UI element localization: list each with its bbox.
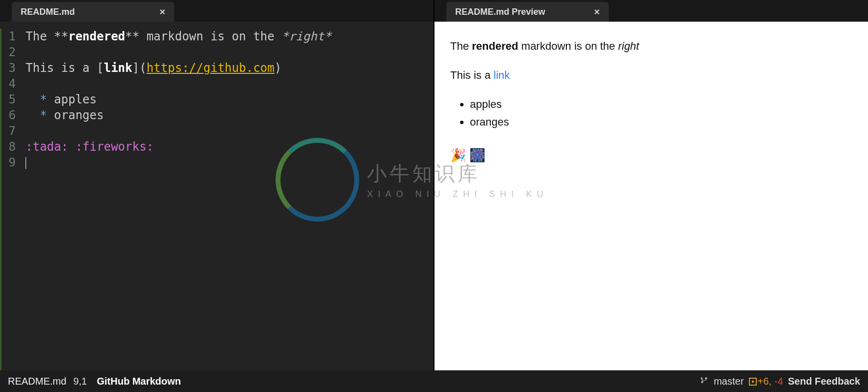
close-icon[interactable]: × — [159, 6, 165, 18]
preview-list: apples oranges — [470, 96, 852, 130]
send-feedback-button[interactable]: Send Feedback — [788, 376, 860, 387]
code-text: The — [26, 30, 54, 43]
status-grammar[interactable]: GitHub Markdown — [97, 376, 181, 387]
bold-text: rendered — [68, 30, 125, 43]
status-cursor-position[interactable]: 9,1 — [73, 376, 87, 387]
bold-marker: ** — [54, 30, 68, 43]
bracket: ]( — [132, 61, 147, 75]
tada-icon: 🎉 — [450, 148, 466, 163]
code-text: markdown is on the — [139, 30, 281, 43]
preview-paragraph: This is a link — [450, 66, 852, 84]
preview-link[interactable]: link — [494, 69, 510, 81]
preview-paragraph: The rendered markdown is on the right — [450, 37, 852, 55]
status-branch[interactable]: master — [713, 376, 744, 387]
line-number: 4 — [1, 76, 16, 92]
list-item-text: apples — [54, 93, 97, 106]
preview-pane: README.md Preview × The rendered markdow… — [434, 0, 868, 370]
diff-box-icon — [749, 378, 757, 386]
space — [68, 140, 75, 154]
link-url: https://github.com — [147, 61, 275, 75]
preview-italic: right — [618, 40, 639, 52]
preview-text: markdown is on the — [518, 40, 618, 52]
list-item: apples — [470, 96, 852, 113]
fireworks-icon: 🎆 — [469, 148, 485, 163]
line-number: 5 — [1, 92, 16, 107]
diff-additions: +6, — [758, 376, 775, 387]
status-right: master +6, -4 Send Feedback — [700, 376, 860, 387]
markdown-preview: The rendered markdown is on the right Th… — [434, 22, 868, 370]
tab-label: README.md Preview — [455, 7, 545, 17]
status-bar: README.md 9,1 GitHub Markdown master +6,… — [0, 370, 868, 392]
line-number: 8 — [1, 139, 16, 155]
close-icon[interactable]: × — [594, 6, 600, 18]
emoji-row: 🎉 🎆 — [450, 145, 852, 166]
code-content[interactable]: The **rendered** markdown is on the *rig… — [20, 29, 434, 370]
line-number: 9 — [1, 155, 16, 170]
git-branch-icon[interactable] — [700, 376, 709, 387]
preview-tab-bar: README.md Preview × — [434, 0, 868, 22]
bullet-marker: * — [26, 108, 54, 122]
bullet-marker: * — [26, 93, 54, 106]
code-editor[interactable]: 1 2 3 4 5 6 7 8 9 The **rendered** markd… — [0, 22, 434, 370]
line-number: 6 — [1, 107, 16, 123]
cursor — [26, 157, 26, 169]
list-item: oranges — [470, 113, 852, 131]
preview-bold: rendered — [472, 40, 518, 52]
line-number: 7 — [1, 123, 16, 139]
tab-readme[interactable]: README.md × — [12, 2, 174, 22]
editor-tab-bar: README.md × — [0, 0, 434, 22]
gutter: 1 2 3 4 5 6 7 8 9 — [0, 29, 20, 370]
status-git-diff[interactable]: +6, -4 — [749, 376, 783, 387]
line-number: 3 — [1, 60, 16, 76]
preview-text: This is a — [450, 69, 494, 81]
bracket: ) — [275, 61, 281, 75]
status-left: README.md 9,1 GitHub Markdown — [8, 376, 181, 387]
emoji-code: :fireworks: — [75, 140, 154, 154]
tab-label: README.md — [21, 7, 75, 17]
diff-deletions: -4 — [774, 376, 783, 387]
editor-pane: README.md × 1 2 3 4 5 6 7 8 9 The **rend… — [0, 0, 434, 370]
code-text: This is a [ — [26, 61, 104, 75]
list-item-text: oranges — [54, 108, 104, 122]
italic-text: *right* — [281, 30, 331, 43]
line-number: 2 — [1, 44, 16, 60]
line-number: 1 — [1, 29, 16, 44]
tab-preview[interactable]: README.md Preview × — [446, 2, 609, 22]
link-text: link — [104, 61, 132, 75]
status-filename[interactable]: README.md — [8, 376, 66, 387]
emoji-code: :tada: — [26, 140, 68, 154]
preview-text: The — [450, 40, 472, 52]
bold-marker: ** — [125, 30, 139, 43]
